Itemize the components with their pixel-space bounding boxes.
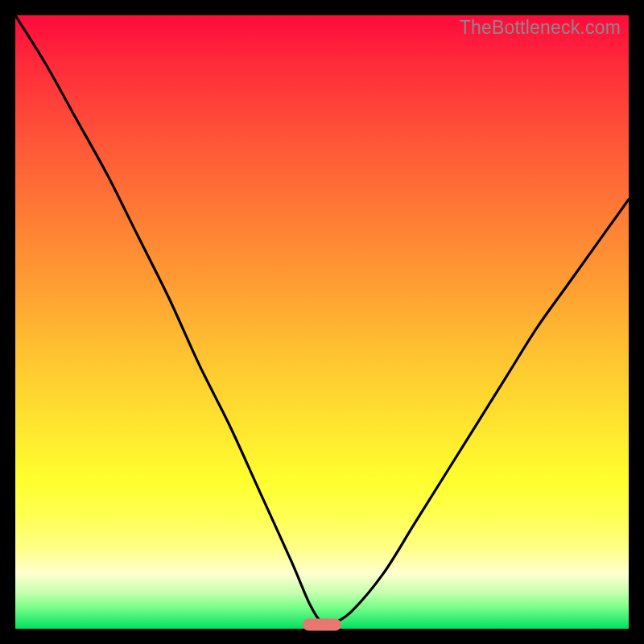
bottleneck-curve — [15, 15, 629, 629]
chart-frame: TheBottleneck.com — [0, 0, 644, 644]
curve-path — [15, 15, 629, 625]
plot-area: TheBottleneck.com — [15, 15, 629, 629]
optimal-point-marker — [303, 618, 341, 630]
